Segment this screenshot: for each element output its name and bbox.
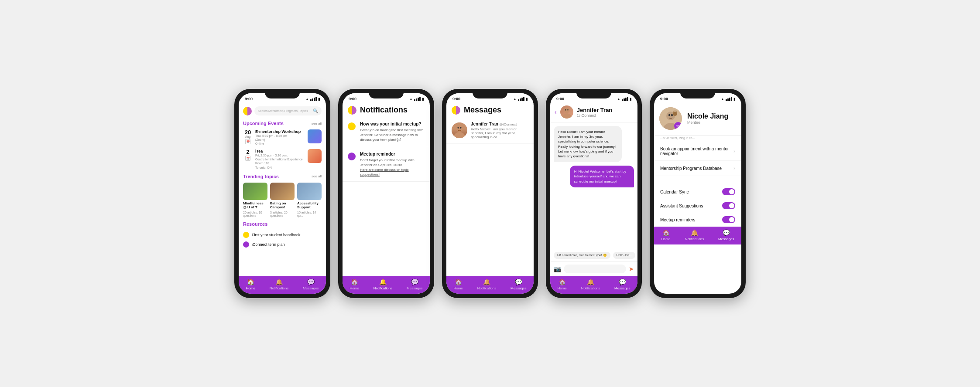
nav-messages-3[interactable]: 💬 Messages xyxy=(511,278,526,290)
meetup-toggle[interactable] xyxy=(722,216,735,223)
back-arrow[interactable]: ‹ xyxy=(555,109,557,115)
battery-icon-5: ▮ xyxy=(733,97,735,101)
notif-body-1: How was your initial meetup? Great job o… xyxy=(360,122,425,143)
nav-home-5[interactable]: 🏠 Home xyxy=(661,229,670,241)
chat-icon-2: 💬 xyxy=(411,278,418,285)
search-icon[interactable]: 🔍 xyxy=(313,109,318,113)
event-thumb-2 xyxy=(308,149,322,163)
resources-header: Resources xyxy=(239,219,326,228)
nav-messages-4[interactable]: 💬 Messages xyxy=(614,278,630,290)
menu-item-database[interactable]: Mentorship Programs Database › xyxy=(654,161,741,176)
topic-card-2[interactable]: Eating on Campus! 3 articles, 20 questio… xyxy=(270,183,295,217)
quick-reply-2[interactable]: Hello Jen... xyxy=(613,252,635,259)
notif-dot-2 xyxy=(348,153,356,160)
chat-icon-3: 💬 xyxy=(515,278,522,285)
bottom-nav-5: 🏠 Home 🔔 Notifications 💬 Messages xyxy=(654,227,741,244)
resource-dot-2 xyxy=(243,241,249,248)
nav-messages-2[interactable]: 💬 Messages xyxy=(407,278,422,290)
phone-messages: 9:00 ▲ ▮ Messages xyxy=(442,89,538,298)
nav-home-1[interactable]: 🏠 Home xyxy=(246,278,255,290)
nav-home-4[interactable]: 🏠 Home xyxy=(557,278,566,290)
nav-notifications-2[interactable]: 🔔 Notifications xyxy=(373,278,393,290)
nav-notifications-4[interactable]: 🔔 Notifications xyxy=(581,278,600,290)
menu-item-appointment[interactable]: Book an appointment with a mentor naviga… xyxy=(654,142,741,161)
bottom-nav-4: 🏠 Home 🔔 Notifications 💬 Messages xyxy=(550,276,637,294)
event-date-1: 20 Aug 📅 xyxy=(243,129,253,144)
topic-name-1: Mindfulness @ U of T xyxy=(243,201,267,210)
wifi-icon-5: ▲ xyxy=(721,97,724,101)
chat-input-bar: 📷 ➤ xyxy=(550,261,637,276)
message-item-1[interactable]: Jennifer Tran @iConnect Hello Nicole! I … xyxy=(446,117,534,144)
search-placeholder: Search Mentorship Programs, Topics xyxy=(258,109,308,112)
nav-notifications-3[interactable]: 🔔 Notifications xyxy=(477,278,497,290)
phone-profile: 9:00 ▲ ▮ xyxy=(650,89,746,298)
status-icons-5: ▲ ▮ xyxy=(721,97,735,101)
search-box[interactable]: Search Mentorship Programs, Topics 🔍 xyxy=(254,106,322,115)
svg-point-4 xyxy=(564,107,569,113)
wifi-icon-2: ▲ xyxy=(409,97,413,101)
assistant-toggle[interactable] xyxy=(722,202,735,209)
screen-messages: 9:00 ▲ ▮ Messages xyxy=(446,93,534,294)
logo-right xyxy=(247,107,252,115)
bell-icon-1: 🔔 xyxy=(275,278,283,285)
nav-home-3[interactable]: 🏠 Home xyxy=(453,278,463,290)
status-time-4: 9:00 xyxy=(556,97,564,101)
profile-role: Mentee xyxy=(687,120,728,125)
messages-title: Messages xyxy=(446,102,534,117)
event-name-2: iTea xyxy=(255,149,305,153)
upcoming-events-title: Upcoming Events xyxy=(243,121,284,126)
signal-3 xyxy=(518,97,524,101)
upcoming-events-see-all[interactable]: see all xyxy=(312,122,322,126)
toggle-meetup-label: Meetup reminders xyxy=(660,217,696,222)
resource-item-2[interactable]: iConnect term plan xyxy=(243,240,322,249)
profile-name: Nicole Jiang xyxy=(687,112,728,120)
notch-2 xyxy=(369,89,404,98)
calendar-icon-2: 📅 xyxy=(245,156,250,161)
quick-reply-1[interactable]: Hi! I am Nicole, nice to meet you! 😊 xyxy=(554,252,610,259)
notifications-list: How was your initial meetup? Great job o… xyxy=(343,117,430,276)
nav-notif-label-5: Notifications xyxy=(685,237,704,241)
nav-messages-1[interactable]: 💬 Messages xyxy=(303,278,319,290)
event-meta-2: Fri, 2:30 p.m - 3:30 p.m.Centre for Inte… xyxy=(255,153,305,169)
status-icons-1: ▲ ▮ xyxy=(305,97,320,101)
resource-item-1[interactable]: First year student handbook xyxy=(243,230,322,240)
nav-messages-5[interactable]: 💬 Messages xyxy=(718,229,734,241)
topic-card-1[interactable]: Mindfulness @ U of T 20 articles, 10 que… xyxy=(243,183,267,217)
event-thumb-1 xyxy=(308,129,322,143)
camera-icon[interactable]: 📷 xyxy=(554,265,561,272)
trending-see-all[interactable]: see all xyxy=(312,174,322,178)
notif-item-2[interactable]: Meetup reminder Don't forget your initia… xyxy=(343,147,430,182)
wifi-icon-1: ▲ xyxy=(305,97,309,101)
trending-header: Trending topics see all xyxy=(239,171,326,181)
chat-input[interactable] xyxy=(564,265,626,273)
nav-notifications-5[interactable]: 🔔 Notifications xyxy=(685,229,704,241)
jennifer-face-3 xyxy=(452,122,467,138)
logo-left xyxy=(243,107,247,115)
notif-text-2: Don't forget your initial meetup with Je… xyxy=(360,158,425,177)
nav-home-label-2: Home xyxy=(350,286,359,290)
msg-sender-1: Jennifer Tran @iConnect xyxy=(471,122,528,126)
profile-info: Nicole Jiang Mentee xyxy=(687,112,728,125)
app-logo-2 xyxy=(348,106,356,115)
status-icons-3: ▲ ▮ xyxy=(513,97,528,101)
notch-1 xyxy=(265,89,300,98)
calendar-toggle[interactable] xyxy=(722,188,735,195)
topic-card-3[interactable]: Accessibility Support 15 articles, 14 qu… xyxy=(297,183,322,217)
nav-home-2[interactable]: 🏠 Home xyxy=(350,278,359,290)
menu-item-appointment-text: Book an appointment with a mentor naviga… xyxy=(660,146,733,156)
screen-profile: 9:00 ▲ ▮ xyxy=(654,93,741,294)
notif-item-1[interactable]: How was your initial meetup? Great job o… xyxy=(343,117,430,147)
wifi-icon-4: ▲ xyxy=(617,97,620,101)
svg-point-3 xyxy=(460,127,462,129)
profile-edit-button[interactable]: ✏ xyxy=(674,122,682,130)
logo-right-2 xyxy=(352,106,356,115)
svg-point-6 xyxy=(565,109,566,110)
send-icon[interactable]: ➤ xyxy=(629,265,634,272)
nav-notif-label-4: Notifications xyxy=(581,286,600,290)
nav-home-label-1: Home xyxy=(246,286,255,290)
notif-link-2[interactable]: Here are some discussion topic suggestio… xyxy=(360,168,409,177)
signal-1 xyxy=(310,97,317,101)
trending-grid: Mindfulness @ U of T 20 articles, 10 que… xyxy=(239,181,326,219)
status-icons-4: ▲ ▮ xyxy=(617,97,631,101)
nav-notifications-1[interactable]: 🔔 Notifications xyxy=(270,278,289,290)
